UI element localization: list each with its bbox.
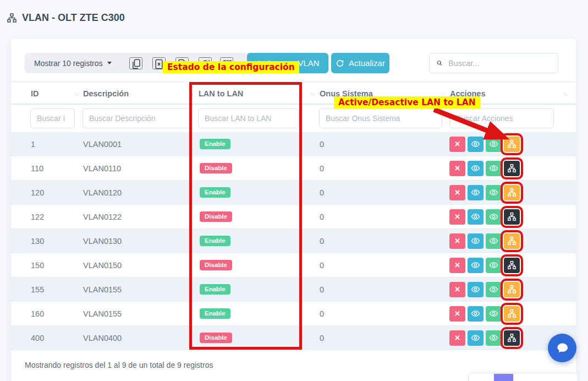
- x-icon: ✕: [454, 261, 460, 269]
- vlan-table-card: Mostrar 10 registros + Agregar VLAN Actu…: [11, 39, 576, 381]
- view-onus-button[interactable]: [486, 258, 502, 273]
- filter-cell: [81, 108, 197, 128]
- status-badge: Disable: [200, 333, 232, 343]
- eye-icon: [489, 333, 498, 342]
- cell-acciones: ✕: [448, 161, 570, 176]
- view-vlan-button[interactable]: [468, 185, 483, 200]
- cell-lan-to-lan: Enable: [197, 308, 318, 319]
- filter-cell: [318, 108, 448, 128]
- cell-acciones: ✕: [448, 306, 570, 322]
- delete-vlan-button[interactable]: ✕: [449, 330, 465, 346]
- view-onus-button[interactable]: [486, 209, 502, 225]
- column-header[interactable]: Descripción ↑↓: [81, 82, 197, 105]
- lan-to-lan-toggle-button[interactable]: [504, 330, 520, 346]
- chat-fab-button[interactable]: [548, 334, 576, 362]
- sort-icons[interactable]: ↑↓: [189, 91, 194, 97]
- cell-lan-to-lan: Disable: [197, 333, 318, 343]
- cell-descripcion: VLAN0122: [81, 213, 197, 221]
- lan-to-lan-toggle-button[interactable]: [504, 209, 520, 225]
- sort-icons[interactable]: ↑↓: [441, 91, 445, 97]
- view-onus-button[interactable]: [486, 185, 502, 200]
- eye-icon: [471, 164, 480, 173]
- delete-vlan-button[interactable]: ✕: [449, 185, 465, 200]
- table-body: 1 VLAN0001 Enable 0 ✕ 11: [11, 132, 576, 350]
- cell-lan-to-lan: Enable: [197, 284, 318, 295]
- view-onus-button[interactable]: [486, 161, 502, 176]
- length-menu-dropdown[interactable]: Mostrar 10 registros: [34, 53, 112, 73]
- status-badge: Enable: [200, 139, 230, 149]
- view-vlan-button[interactable]: [468, 161, 483, 176]
- sort-icons[interactable]: ↑↓: [74, 91, 78, 97]
- view-vlan-button[interactable]: [468, 137, 483, 152]
- length-menu-label: Mostrar 10 registros: [34, 59, 102, 68]
- column-filter-input[interactable]: [30, 108, 75, 128]
- view-vlan-button[interactable]: [468, 330, 483, 346]
- delete-vlan-button[interactable]: ✕: [449, 233, 465, 249]
- view-onus-button[interactable]: [486, 137, 502, 152]
- delete-vlan-button[interactable]: ✕: [449, 209, 465, 225]
- cell-id: 155: [29, 285, 81, 294]
- table-row: 1 VLAN0001 Enable 0 ✕: [11, 132, 576, 156]
- view-vlan-button[interactable]: [468, 233, 483, 249]
- sort-icons[interactable]: ↑↓: [310, 91, 315, 97]
- sitemap-icon: [507, 164, 516, 173]
- column-filter-input[interactable]: [198, 108, 299, 128]
- cell-onus-sistema: 0: [318, 261, 448, 270]
- lan-to-lan-toggle-button[interactable]: [504, 137, 520, 152]
- view-vlan-button[interactable]: [468, 258, 483, 273]
- column-filter-input[interactable]: [449, 108, 554, 128]
- delete-vlan-button[interactable]: ✕: [449, 306, 465, 322]
- cell-lan-to-lan: Enable: [197, 139, 318, 149]
- sitemap-icon: [7, 13, 17, 23]
- view-vlan-button[interactable]: [468, 282, 483, 297]
- column-header-label: ID: [31, 89, 39, 98]
- x-icon: ✕: [454, 285, 460, 293]
- lan-to-lan-toggle-button[interactable]: [504, 161, 520, 176]
- status-badge: Enable: [200, 187, 230, 198]
- x-icon: ✕: [454, 237, 460, 245]
- lan-to-lan-toggle-button[interactable]: [504, 185, 520, 200]
- pagination-active-page[interactable]: [494, 374, 513, 381]
- sort-icons[interactable]: ↑↓: [563, 91, 567, 97]
- eye-icon: [471, 236, 480, 246]
- view-onus-button[interactable]: [486, 330, 502, 346]
- column-header[interactable]: ID ↑↓: [29, 82, 81, 105]
- search-input[interactable]: [448, 59, 551, 68]
- column-filter-input[interactable]: [83, 108, 191, 128]
- delete-vlan-button[interactable]: ✕: [449, 137, 465, 152]
- export-copy-button[interactable]: [129, 57, 142, 69]
- eye-icon: [471, 260, 480, 270]
- delete-vlan-button[interactable]: ✕: [449, 282, 465, 297]
- cell-lan-to-lan: Enable: [197, 236, 318, 246]
- lan-to-lan-toggle-button[interactable]: [504, 233, 520, 249]
- cell-descripcion: VLAN0001: [81, 140, 197, 149]
- view-vlan-button[interactable]: [468, 209, 483, 225]
- column-filter-input[interactable]: [319, 108, 442, 128]
- cell-onus-sistema: 0: [318, 188, 448, 197]
- sitemap-icon: [507, 285, 516, 294]
- delete-vlan-button[interactable]: ✕: [449, 161, 465, 176]
- sitemap-icon: [507, 309, 516, 318]
- delete-vlan-button[interactable]: ✕: [449, 258, 465, 273]
- cell-id: 160: [29, 309, 81, 318]
- eye-icon: [489, 212, 498, 221]
- x-icon: ✕: [454, 164, 460, 172]
- view-vlan-button[interactable]: [468, 306, 483, 322]
- view-onus-button[interactable]: [486, 306, 502, 322]
- x-icon: ✕: [454, 334, 460, 342]
- column-header[interactable]: LAN to LAN ↑↓: [197, 82, 318, 105]
- lan-to-lan-toggle-button[interactable]: [504, 306, 520, 322]
- sitemap-icon: [507, 236, 516, 246]
- table-row: 110 VLAN0110 Disable 0 ✕: [11, 156, 576, 181]
- lan-to-lan-toggle-button[interactable]: [504, 258, 520, 273]
- actualizar-button[interactable]: Actualizar: [331, 53, 389, 73]
- cell-descripcion: VLAN0155: [81, 285, 197, 294]
- cell-lan-to-lan: Enable: [197, 187, 318, 198]
- search-icon: [436, 58, 443, 68]
- cell-acciones: ✕: [448, 233, 570, 249]
- view-onus-button[interactable]: [486, 233, 502, 249]
- eye-icon: [471, 309, 480, 318]
- cell-acciones: ✕: [448, 282, 570, 297]
- view-onus-button[interactable]: [486, 282, 502, 297]
- lan-to-lan-toggle-button[interactable]: [504, 282, 520, 297]
